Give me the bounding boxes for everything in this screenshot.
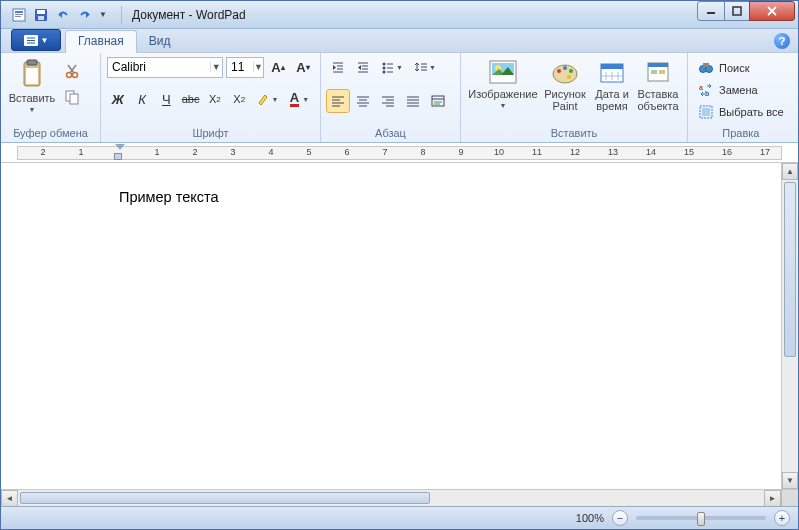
bullets-button[interactable]: ▼ bbox=[377, 56, 407, 78]
ribbon: Вставить ▼ Буфер обмена ▼ ▼ A▴ A▾ bbox=[1, 53, 798, 143]
paragraph-dialog-button[interactable] bbox=[427, 90, 449, 112]
chevron-down-icon[interactable]: ▼ bbox=[210, 62, 222, 72]
ribbon-tab-strip: ▼ Главная Вид ? bbox=[1, 29, 798, 53]
font-name-input[interactable] bbox=[108, 60, 210, 74]
maximize-button[interactable] bbox=[724, 1, 750, 21]
paste-button[interactable]: Вставить ▼ bbox=[7, 56, 57, 113]
scroll-down-button[interactable]: ▼ bbox=[782, 472, 798, 489]
zoom-in-button[interactable]: + bbox=[774, 510, 790, 526]
picture-icon bbox=[487, 58, 519, 86]
undo-icon[interactable] bbox=[53, 5, 73, 25]
group-font: ▼ ▼ A▴ A▾ Ж К Ч abc X2 X2 ▼ A▼ Шрифт bbox=[101, 53, 321, 142]
svg-rect-82 bbox=[702, 108, 710, 116]
horizontal-ruler[interactable]: 211234567891011121314151617 bbox=[1, 143, 798, 163]
first-line-indent-marker[interactable] bbox=[115, 144, 125, 150]
subscript-button[interactable]: X2 bbox=[204, 88, 225, 110]
cut-button[interactable] bbox=[61, 60, 83, 82]
chevron-down-icon: ▼ bbox=[29, 106, 36, 113]
chevron-down-icon[interactable]: ▼ bbox=[253, 62, 263, 72]
align-justify-button[interactable] bbox=[402, 90, 424, 112]
horizontal-scrollbar[interactable]: ◄ ► bbox=[1, 489, 798, 506]
shrink-font-button[interactable]: A▾ bbox=[292, 56, 314, 78]
insert-paint-button[interactable]: Рисунок Paint bbox=[541, 56, 589, 112]
scroll-thumb[interactable] bbox=[784, 182, 796, 357]
binoculars-icon bbox=[698, 60, 714, 76]
tab-home[interactable]: Главная bbox=[65, 30, 137, 53]
copy-button[interactable] bbox=[61, 86, 83, 108]
align-center-button[interactable] bbox=[352, 90, 374, 112]
object-icon bbox=[642, 58, 674, 86]
svg-rect-75 bbox=[659, 70, 665, 74]
chevron-down-icon: ▼ bbox=[500, 102, 507, 109]
svg-rect-14 bbox=[26, 68, 38, 84]
svg-rect-8 bbox=[733, 7, 741, 15]
font-name-combo[interactable]: ▼ bbox=[107, 57, 223, 78]
insert-object-button[interactable]: Вставка объекта bbox=[635, 56, 681, 112]
file-menu-button[interactable]: ▼ bbox=[11, 29, 61, 51]
insert-datetime-button[interactable]: Дата и время bbox=[591, 56, 633, 112]
grow-font-button[interactable]: A▴ bbox=[267, 56, 289, 78]
status-bar: 100% − + bbox=[1, 506, 798, 529]
strikethrough-button[interactable]: abc bbox=[180, 88, 201, 110]
superscript-button[interactable]: X2 bbox=[229, 88, 250, 110]
svg-rect-74 bbox=[651, 70, 657, 74]
help-icon[interactable]: ? bbox=[774, 33, 790, 49]
svg-rect-73 bbox=[648, 63, 668, 67]
svg-point-33 bbox=[383, 71, 386, 74]
underline-button[interactable]: Ч bbox=[156, 88, 177, 110]
italic-button[interactable]: К bbox=[131, 88, 152, 110]
replace-icon: ab bbox=[698, 82, 714, 98]
close-button[interactable] bbox=[749, 1, 795, 21]
group-paragraph: ▼ ▼ Абзац bbox=[321, 53, 461, 142]
svg-rect-67 bbox=[601, 64, 623, 69]
highlight-color-button[interactable]: ▼ bbox=[253, 88, 282, 110]
svg-rect-6 bbox=[38, 16, 44, 20]
align-right-button[interactable] bbox=[377, 90, 399, 112]
left-indent-marker[interactable] bbox=[114, 153, 122, 160]
increase-indent-button[interactable] bbox=[352, 56, 374, 78]
calendar-icon bbox=[596, 58, 628, 86]
font-size-input[interactable] bbox=[227, 60, 253, 74]
svg-point-29 bbox=[383, 63, 386, 66]
scroll-left-button[interactable]: ◄ bbox=[1, 490, 18, 507]
svg-point-63 bbox=[563, 66, 567, 70]
align-left-button[interactable] bbox=[327, 90, 349, 112]
titlebar: ▼ Документ - WordPad bbox=[1, 1, 798, 29]
group-editing: Поиск ab Замена Выбрать все Правка bbox=[688, 53, 794, 142]
save-icon[interactable] bbox=[31, 5, 51, 25]
svg-text:a: a bbox=[699, 84, 703, 91]
document-area[interactable]: Пример текста bbox=[1, 163, 781, 489]
document-text[interactable]: Пример текста bbox=[119, 163, 219, 489]
replace-button[interactable]: ab Замена bbox=[694, 80, 762, 100]
wordpad-icon[interactable] bbox=[9, 5, 29, 25]
insert-image-button[interactable]: Изображение ▼ bbox=[467, 56, 539, 109]
line-spacing-button[interactable]: ▼ bbox=[410, 56, 440, 78]
scroll-thumb-h[interactable] bbox=[20, 492, 430, 504]
find-button[interactable]: Поиск bbox=[694, 58, 753, 78]
copy-icon bbox=[64, 89, 80, 105]
zoom-slider[interactable] bbox=[636, 516, 766, 520]
redo-icon[interactable] bbox=[75, 5, 95, 25]
highlighter-icon bbox=[256, 92, 270, 106]
font-size-combo[interactable]: ▼ bbox=[226, 57, 264, 78]
svg-rect-7 bbox=[707, 12, 715, 14]
minimize-button[interactable] bbox=[697, 1, 725, 21]
scissors-icon bbox=[64, 63, 80, 79]
palette-icon bbox=[549, 58, 581, 86]
decrease-indent-button[interactable] bbox=[327, 56, 349, 78]
scroll-right-button[interactable]: ► bbox=[764, 490, 781, 507]
zoom-slider-thumb[interactable] bbox=[697, 512, 705, 526]
zoom-out-button[interactable]: − bbox=[612, 510, 628, 526]
select-all-button[interactable]: Выбрать все bbox=[694, 102, 788, 122]
svg-rect-3 bbox=[15, 16, 21, 17]
qat-dropdown-icon[interactable]: ▼ bbox=[97, 5, 109, 25]
vertical-scrollbar[interactable]: ▲ ▼ bbox=[781, 163, 798, 489]
font-color-button[interactable]: A▼ bbox=[285, 88, 314, 110]
separator bbox=[121, 6, 122, 24]
bold-button[interactable]: Ж bbox=[107, 88, 128, 110]
quick-access-toolbar: ▼ bbox=[1, 5, 117, 25]
svg-point-31 bbox=[383, 67, 386, 70]
svg-rect-5 bbox=[37, 10, 45, 14]
scroll-up-button[interactable]: ▲ bbox=[782, 163, 798, 180]
tab-view[interactable]: Вид bbox=[137, 31, 183, 52]
